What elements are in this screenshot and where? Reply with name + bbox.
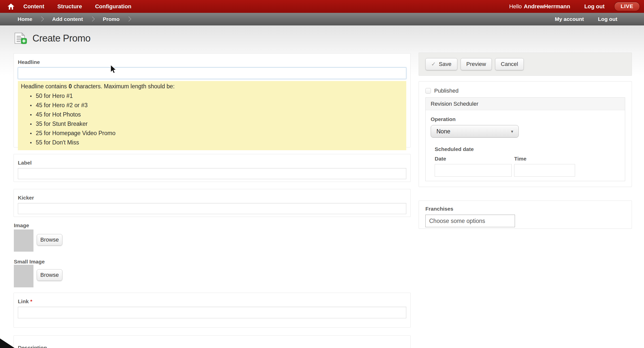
chevron-right-icon	[126, 16, 132, 22]
admin-menu-content[interactable]: Content	[23, 3, 44, 10]
published-checkbox[interactable]	[425, 88, 431, 94]
published-row: Published	[425, 88, 625, 94]
date-column: Date	[435, 156, 512, 177]
small-image-thumbnail	[14, 265, 33, 287]
list-item: 25 for Homepage Video Promo	[28, 129, 403, 138]
required-asterisk: *	[30, 298, 32, 304]
scheduled-date-label: Scheduled date	[435, 146, 620, 152]
published-label: Published	[434, 88, 459, 94]
revision-scheduler-panel: Revision Scheduler Operation None ▼ Sche…	[425, 97, 625, 181]
franchises-panel: Franchises	[419, 201, 632, 229]
headline-input[interactable]	[18, 67, 406, 79]
create-promo-icon	[14, 32, 27, 44]
operation-select[interactable]: None ▼	[431, 125, 519, 138]
operation-selected-value: None	[436, 128, 450, 135]
breadcrumb-add-content[interactable]: Add content	[52, 16, 83, 22]
form-actions-panel: ✓ Save Preview Cancel	[419, 53, 632, 76]
preview-button-label: Preview	[466, 61, 486, 67]
admin-menu-structure[interactable]: Structure	[57, 3, 82, 10]
image-label: Image	[14, 222, 29, 228]
label-input[interactable]	[18, 168, 406, 179]
list-item: 35 for Stunt Breaker	[28, 119, 403, 129]
small-image-browse-button[interactable]: Browse	[37, 269, 62, 281]
check-icon: ✓	[431, 61, 436, 67]
my-account-link[interactable]: My account	[555, 16, 584, 22]
chevron-down-icon: ▼	[510, 129, 514, 134]
chevron-right-icon	[39, 16, 44, 22]
franchises-input[interactable]	[425, 215, 515, 227]
corner-artifact	[0, 338, 15, 348]
list-item: 45 for Hot Photos	[28, 110, 403, 119]
link-label: Link*	[18, 298, 406, 304]
kicker-label: Kicker	[18, 195, 406, 201]
character-count: 0	[69, 83, 72, 90]
kicker-fieldset: Kicker	[14, 189, 411, 217]
crumb-logout-link[interactable]: Log out	[598, 16, 617, 22]
list-item: 55 for Don't Miss	[28, 138, 403, 147]
image-browse-button[interactable]: Browse	[37, 234, 62, 246]
admin-menu-configuration[interactable]: Configuration	[95, 3, 131, 10]
kicker-input[interactable]	[18, 203, 406, 214]
admin-bar: Content Structure Configuration HelloAnd…	[0, 0, 644, 13]
chevron-right-icon	[90, 16, 95, 22]
breadcrumb-home[interactable]: Home	[18, 16, 32, 22]
breadcrumb-bar-right: My account Log out	[555, 16, 644, 22]
page-title: Create Promo	[32, 33, 91, 44]
note-line: Headline contains0characters. Maximum le…	[21, 83, 175, 90]
time-label: Time	[514, 156, 575, 162]
description-label: Description	[18, 345, 406, 348]
mouse-cursor	[110, 65, 117, 74]
date-time-row: Date Time	[435, 156, 620, 177]
page-body: Create Promo Headline Headline contains0…	[0, 25, 644, 348]
date-label: Date	[435, 156, 512, 162]
small-image-label: Small Image	[14, 259, 45, 265]
note-prefix: Headline contains	[21, 83, 67, 90]
admin-bar-right: HelloAndrewHerrmann Log out LIVE	[509, 2, 644, 11]
revision-scheduler-header: Revision Scheduler	[426, 98, 625, 110]
save-button-label: Save	[439, 61, 451, 67]
breadcrumb-bar: Home Add content Promo My account Log ou…	[0, 13, 644, 25]
admin-menu: Content Structure Configuration	[23, 3, 131, 10]
live-badge[interactable]: LIVE	[614, 2, 640, 11]
note-suffix: characters. Maximum length should be:	[74, 83, 175, 90]
greeting-text: HelloAndrewHerrmann	[509, 3, 570, 10]
headline-label: Headline	[18, 59, 406, 65]
scheduled-date-group: Scheduled date Date Time	[435, 146, 620, 177]
list-item: 45 for Hero #2 or #3	[28, 101, 403, 110]
date-input[interactable]	[435, 164, 512, 177]
operation-label: Operation	[431, 116, 620, 122]
publishing-options-panel: Published Revision Scheduler Operation N…	[419, 81, 632, 187]
home-icon	[8, 4, 14, 10]
preview-button[interactable]: Preview	[461, 58, 492, 70]
list-item: 50 for Hero #1	[28, 91, 403, 101]
breadcrumb-promo[interactable]: Promo	[103, 16, 120, 22]
username[interactable]: AndrewHerrmann	[524, 3, 570, 10]
headline-limits-list: 50 for Hero #1 45 for Hero #2 or #3 45 f…	[21, 91, 403, 147]
headline-fieldset: Headline Headline contains0characters. M…	[14, 53, 411, 147]
cancel-button[interactable]: Cancel	[495, 58, 524, 70]
franchises-label: Franchises	[425, 206, 625, 212]
greeting-prefix: Hello	[509, 3, 522, 10]
link-input[interactable]	[18, 307, 406, 318]
link-fieldset: Link*	[14, 293, 411, 328]
label-field-label: Label	[18, 160, 406, 166]
label-fieldset: Label	[14, 154, 411, 182]
link-label-text: Link	[18, 298, 29, 304]
save-button[interactable]: ✓ Save	[425, 58, 457, 70]
breadcrumb: Home Add content Promo	[18, 16, 139, 22]
image-thumbnail	[14, 229, 33, 252]
admin-logout-link[interactable]: Log out	[584, 3, 605, 10]
page-title-row: Create Promo	[14, 32, 91, 44]
cancel-button-label: Cancel	[501, 61, 518, 67]
time-column: Time	[514, 156, 575, 177]
time-input[interactable]	[514, 164, 575, 177]
headline-character-note: Headline contains0characters. Maximum le…	[18, 81, 406, 150]
description-fieldset: Description	[14, 335, 411, 348]
home-button[interactable]	[8, 4, 14, 10]
revision-scheduler-body: Operation None ▼ Scheduled date Date	[426, 110, 625, 183]
create-promo-page: Content Structure Configuration HelloAnd…	[0, 0, 644, 348]
